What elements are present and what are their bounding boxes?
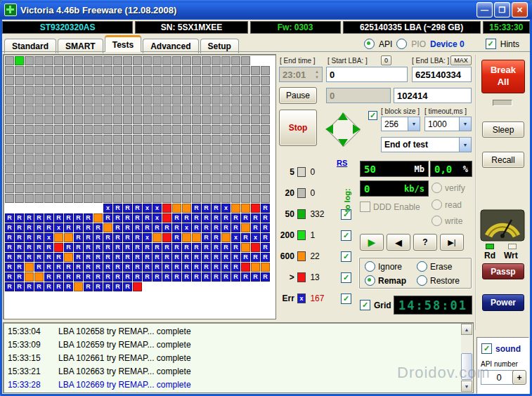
legend-color-chip [297, 230, 306, 240]
end-lba-input[interactable]: 625140334 [412, 67, 472, 82]
grid-row [5, 174, 274, 184]
grid-row [5, 95, 274, 105]
grid-cell [133, 145, 142, 154]
grid-cell [172, 105, 181, 114]
log-filter-checkbox[interactable]: ✓ [341, 251, 351, 262]
scroll-down-icon[interactable]: ▼ [461, 381, 472, 392]
grid-cell: R [74, 243, 83, 252]
spin-up-icon[interactable]: ▲ [315, 69, 319, 74]
grid-cell [241, 115, 250, 124]
recall-button[interactable]: Recall [482, 152, 524, 168]
start-lba-zero-button[interactable]: 0 [381, 55, 391, 65]
grid-cell [133, 174, 142, 183]
grid-cell: R [5, 213, 14, 223]
dropdown-arrow-icon[interactable]: ▼ [408, 117, 420, 131]
log-line[interactable]: 15:33:09LBA 102659 try REMAP... complete [8, 338, 459, 351]
loop-checkbox[interactable]: ✓ [368, 111, 377, 120]
seek-test-button[interactable]: ? [413, 234, 437, 251]
log-filter-checkbox[interactable]: ✓ [341, 293, 351, 304]
passp-button[interactable]: Passp [482, 263, 524, 279]
step-back-button[interactable]: ◀ [387, 234, 410, 251]
grid-cell [54, 76, 63, 85]
grid-cell: R [25, 223, 34, 232]
log-line[interactable]: 15:33:04LBA 102658 try REMAP... complete [8, 324, 459, 338]
start-scan-button[interactable]: ▶ [360, 234, 384, 251]
grid-cell [74, 86, 83, 95]
arrow-down-icon[interactable] [338, 139, 348, 147]
grid-cell [202, 145, 211, 154]
erase-radio[interactable] [417, 261, 427, 272]
log-line[interactable]: 15:33:15LBA 102661 try REMAP... complete [8, 351, 459, 364]
timeout-combo[interactable]: 1000▼ [424, 117, 472, 131]
grid-cell [25, 184, 34, 193]
log-text: LBA 102658 try REMAP... complete [58, 326, 191, 336]
wrt-label: Wrt [504, 251, 518, 260]
api-radio[interactable] [364, 39, 375, 49]
pio-radio[interactable] [396, 39, 407, 49]
grid-cell-empty [182, 282, 191, 291]
grid-cell [162, 115, 171, 124]
dropdown-arrow-icon[interactable]: ▼ [459, 117, 471, 131]
grid-cell [231, 66, 240, 75]
remap-radio[interactable] [365, 275, 375, 286]
scroll-up-icon[interactable]: ▲ [461, 324, 472, 335]
grid-cell: R [172, 243, 181, 252]
break-all-button[interactable]: Break All [481, 60, 525, 93]
block-size-combo[interactable]: 256▼ [381, 117, 420, 131]
sound-checkbox[interactable]: ✓ [481, 343, 492, 354]
arrow-right-icon[interactable] [353, 124, 361, 134]
power-button[interactable]: Power [482, 294, 524, 311]
title-bar[interactable]: Victoria 4.46b Freeware (12.08.2008) — ❐… [0, 0, 532, 20]
legend-row: 200 [278, 183, 351, 204]
arrow-up-icon[interactable] [338, 112, 348, 120]
grid-cell [192, 164, 201, 173]
window-title: Victoria 4.46b Freeware (12.08.2008) [20, 5, 475, 15]
grid-cell [34, 115, 44, 124]
log-time: 15:33:28 [8, 380, 48, 390]
grid-cell [162, 184, 171, 193]
grid-cell: R [103, 272, 112, 282]
grid-cell: R [123, 253, 132, 262]
minimize-button[interactable]: — [476, 2, 493, 18]
ignore-radio[interactable] [365, 261, 375, 272]
start-lba-input[interactable]: 0 [326, 67, 408, 82]
current-lba-field: 102414 [394, 88, 472, 103]
arrow-left-icon[interactable] [325, 124, 333, 134]
close-button[interactable]: ✕ [512, 2, 528, 18]
log-filter-checkbox[interactable]: ✓ [341, 230, 351, 241]
api-number-plus-button[interactable]: + [512, 370, 526, 385]
grid-cell [212, 164, 221, 173]
grid-cell [133, 135, 142, 144]
grid-cell: R [84, 263, 93, 272]
hints-checkbox[interactable]: ✓ [486, 39, 496, 49]
pause-button[interactable]: Pause [279, 87, 317, 104]
stop-button[interactable]: Stop [279, 110, 317, 146]
maximize-button[interactable]: ❐ [494, 2, 510, 18]
spin-down-icon[interactable]: ▼ [315, 74, 319, 80]
skip-end-button[interactable]: ▶| [440, 234, 464, 251]
grid-cell: R [113, 213, 122, 223]
grid-checkbox[interactable]: ✓ [360, 300, 370, 310]
grid-cell [5, 145, 14, 154]
drive-model: ST9320320AS [2, 21, 133, 34]
end-of-test-combo[interactable]: End of test▼ [381, 137, 472, 152]
end-time-spinner[interactable]: 23:01 ▲▼ [279, 67, 323, 82]
grid-cell [202, 154, 211, 164]
log-line[interactable]: 15:33:21LBA 102663 try REMAP... complete [8, 364, 459, 378]
tab-tests[interactable]: Tests [105, 35, 141, 52]
grid-cell [241, 56, 250, 65]
grid-cell [153, 56, 162, 65]
grid-cell: R [44, 263, 53, 272]
max-lba-button[interactable]: MAX [450, 55, 472, 65]
log-line[interactable]: 15:33:28LBA 102669 try REMAP... complete [8, 378, 459, 391]
grid-cell [153, 194, 162, 203]
grid-cell [25, 135, 34, 144]
restore-radio[interactable] [417, 275, 427, 286]
grid-cell [251, 86, 260, 95]
grid-cell [261, 145, 270, 154]
log-filter-checkbox[interactable]: ✓ [341, 272, 351, 283]
sleep-button[interactable]: Sleep [482, 121, 524, 138]
grid-cell [202, 184, 211, 193]
dropdown-arrow-icon[interactable]: ▼ [459, 138, 471, 152]
grid-cell: R [231, 213, 240, 223]
